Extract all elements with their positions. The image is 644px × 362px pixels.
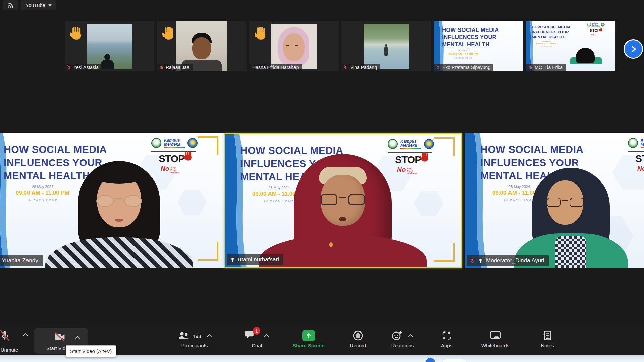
record-button[interactable]: Record: [341, 329, 375, 348]
participant-name-badge: utami nurhafsari: [227, 254, 283, 265]
organization-logo: [187, 138, 198, 148]
participant-name: Hasna Efrida Harahap: [252, 65, 299, 70]
chevron-right-icon: [629, 45, 638, 53]
speaker-portrait: [500, 168, 641, 268]
share-screen-icon: [302, 330, 315, 341]
main-tile-dinda[interactable]: HOW SOCIAL MEDIA INFLUENCES YOUR MENTAL …: [465, 133, 644, 268]
slide-venue: IN EACH HOME: [532, 46, 561, 47]
background-window-pill: [442, 359, 467, 362]
apps-icon: [442, 330, 452, 341]
chat-unread-badge: 1: [253, 327, 260, 335]
chat-button-label: Chat: [252, 343, 262, 348]
kampus-merdeka-logo: Kampus Merdeka: [641, 138, 644, 148]
participant-name: MC_Lia Erika: [535, 65, 563, 70]
broadcast-icon: [7, 2, 14, 9]
raised-hand-icon: [162, 26, 175, 41]
participants-options-chevron[interactable]: [207, 334, 212, 337]
mic-options-chevron[interactable]: [23, 333, 28, 336]
apps-button-label: Apps: [441, 343, 452, 348]
filmstrip-tile-rajaaa[interactable]: Rajaaa Jaa: [157, 21, 247, 71]
start-video-camera-icon: [54, 331, 66, 342]
kampus-merdeka-logo: Kampus Merdeka: [400, 139, 421, 149]
kampus-merdeka-logo: Kampus Merdeka: [164, 138, 185, 148]
filmstrip-tile-mc-lia[interactable]: HOW SOCIAL MEDIA INFLUENCES YOUR MENTAL …: [526, 21, 615, 71]
participant-name: Moderator_Dinda Ayuri: [486, 257, 544, 264]
muted-mic-icon: [436, 65, 440, 70]
next-participants-page-button[interactable]: [624, 39, 643, 59]
zoom-meeting-window: YouTube Yesi Astasia Rajaaa Jaa: [0, 0, 644, 362]
whiteboards-button[interactable]: Whiteboards: [472, 329, 519, 348]
slide-logos: Kampus Merdeka: [151, 138, 198, 148]
participant-name-badge: Yuanita Zandy: [0, 255, 43, 266]
university-emblem-logo: [587, 23, 591, 26]
stop-campaign-logo: STOP: [590, 28, 603, 33]
participant-name: utami nurhafsari: [238, 256, 279, 263]
raised-hand-icon: [255, 26, 267, 41]
chat-options-chevron[interactable]: [264, 334, 269, 337]
red-hand-icon: [599, 28, 603, 32]
organization-logo: [424, 139, 434, 149]
share-screen-button[interactable]: Share Screen: [285, 329, 332, 348]
live-stream-indicator: [3, 0, 18, 10]
participant-name-badge: Yesi Astasia: [65, 64, 102, 71]
participant-name: Rajaaa Jaa: [166, 65, 190, 70]
stream-service-dropdown[interactable]: YouTube: [21, 0, 56, 10]
stop-campaign-logo: STOP: [635, 153, 644, 164]
slide-date: 28 May 2024: [532, 41, 561, 42]
profile-photo: [271, 24, 317, 69]
slide-time: 09.00 AM - 11.00 PM: [442, 52, 485, 56]
participant-name-badge: Eko Pratama Sipayung: [434, 64, 493, 71]
organization-logo: [601, 23, 604, 26]
unmute-mic-icon[interactable]: [0, 329, 11, 342]
reactions-button-label: Reactions: [391, 343, 414, 348]
record-icon: [353, 330, 363, 341]
main-tile-utami-active-speaker[interactable]: HOW SOCIAL MEDIA INFLUENCES YOUR MENTAL …: [224, 133, 462, 268]
video-options-chevron[interactable]: [75, 336, 80, 339]
university-emblem-logo: [151, 138, 161, 148]
chat-button[interactable]: 1 Chat: [237, 329, 277, 348]
participant-name-badge: Moderator_Dinda Ayuri: [467, 255, 549, 266]
record-button-label: Record: [350, 343, 366, 348]
profile-photo: [364, 24, 409, 69]
no-campaign-text: No Suap Pungli Gratifikasi: [591, 33, 598, 36]
participant-name-badge: Vina Padang: [341, 64, 380, 71]
filmstrip-tile-hasna[interactable]: Hasna Efrida Harahap: [249, 21, 339, 71]
participants-button-label: Participants: [181, 343, 208, 348]
slide-logos: Kampus Merdeka: [388, 139, 434, 149]
participant-name-badge: Hasna Efrida Harahap: [249, 64, 302, 71]
start-video-tooltip: Start Video (Alt+V): [66, 345, 116, 357]
kampus-merdeka-logo: Kampus Merdeka: [592, 23, 600, 26]
participant-name: Yuanita Zandy: [2, 257, 38, 264]
participant-name: Yesi Astasia: [73, 65, 99, 70]
participant-name: Vina Padang: [350, 65, 377, 70]
reactions-options-chevron[interactable]: [408, 334, 413, 337]
speaker-portrait: [42, 161, 196, 268]
profile-photo: [87, 24, 132, 69]
slide-venue: IN EACH HOME: [442, 57, 485, 59]
notes-button[interactable]: Notes: [534, 329, 561, 348]
speaker-portrait: [576, 48, 595, 63]
reactions-smiley-icon: [392, 330, 402, 341]
filmstrip-tile-yesi[interactable]: Yesi Astasia: [65, 21, 154, 71]
participants-button[interactable]: 193 Participants: [169, 329, 220, 348]
stream-service-label: YouTube: [25, 2, 45, 8]
filmstrip-tile-eko[interactable]: HOW SOCIAL MEDIA INFLUENCES YOUR MENTAL …: [434, 21, 523, 71]
unmute-button-label[interactable]: Unmute: [0, 347, 30, 353]
red-hand-icon: [183, 151, 193, 162]
main-tile-yuanita[interactable]: HOW SOCIAL MEDIA INFLUENCES YOUR MENTAL …: [0, 133, 224, 268]
muted-mic-icon: [470, 258, 475, 263]
reactions-button[interactable]: Reactions: [382, 329, 423, 348]
speaker-portrait: [259, 153, 427, 267]
raised-hand-icon: [70, 26, 83, 41]
participants-count: 193: [193, 333, 201, 339]
apps-button[interactable]: Apps: [433, 329, 460, 348]
share-screen-button-label: Share Screen: [292, 343, 325, 348]
filmstrip-tile-vina[interactable]: Vina Padang: [341, 21, 431, 71]
pin-icon: [230, 257, 235, 263]
whiteboards-icon: [489, 330, 501, 341]
notes-icon: [542, 330, 552, 341]
chevron-down-icon: [48, 4, 52, 6]
whiteboards-button-label: Whiteboards: [481, 343, 509, 348]
participants-icon: [177, 331, 190, 340]
participant-name-badge: MC_Lia Erika: [526, 64, 566, 71]
